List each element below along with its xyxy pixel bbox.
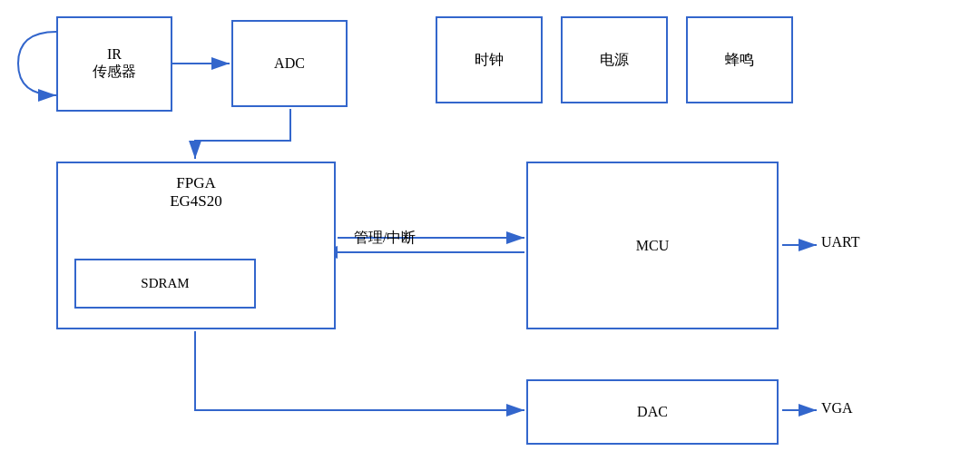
block-diagram: IR 传感器 ADC 时钟 电源 蜂鸣 FPGAEG4S20 SDRAM MCU…	[0, 0, 980, 461]
power-label: 电源	[600, 51, 629, 70]
dac-box: DAC	[526, 379, 779, 445]
buzzer-label: 蜂鸣	[725, 51, 754, 70]
fpga-label: FPGAEG4S20	[170, 174, 222, 211]
fpga-box: FPGAEG4S20 SDRAM	[56, 162, 336, 329]
adc-label: ADC	[274, 55, 305, 72]
power-box: 电源	[561, 16, 668, 103]
sdram-label: SDRAM	[141, 276, 189, 291]
mcu-box: MCU	[526, 162, 779, 329]
buzzer-box: 蜂鸣	[686, 16, 793, 103]
sdram-box: SDRAM	[74, 259, 256, 309]
dac-label: DAC	[637, 404, 668, 420]
clock-box: 时钟	[436, 16, 543, 103]
manage-interrupt-label: 管理/中断	[354, 229, 416, 248]
clock-label: 时钟	[475, 51, 504, 70]
vga-label: VGA	[821, 400, 853, 417]
uart-label: UART	[821, 234, 860, 250]
mcu-label: MCU	[636, 238, 669, 254]
ir-sensor-box: IR 传感器	[56, 16, 172, 112]
adc-box: ADC	[231, 20, 348, 107]
ir-sensor-label: IR 传感器	[93, 46, 136, 82]
